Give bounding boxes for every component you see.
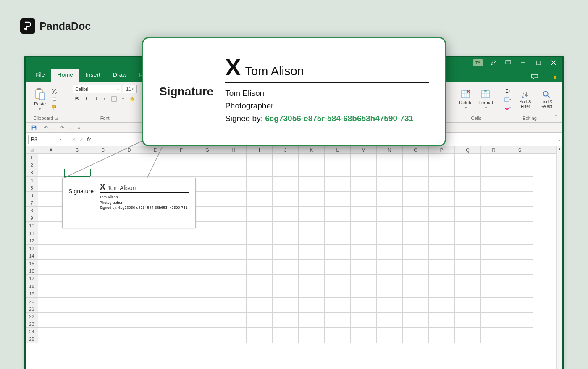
row-header[interactable]: 25 xyxy=(26,335,38,343)
cell[interactable] xyxy=(403,222,429,229)
cell[interactable] xyxy=(64,154,90,161)
cell[interactable] xyxy=(142,313,168,320)
cell[interactable] xyxy=(403,192,429,199)
cell[interactable] xyxy=(377,320,403,328)
cell[interactable] xyxy=(220,313,247,320)
cell[interactable] xyxy=(351,184,377,192)
cell[interactable] xyxy=(194,184,220,192)
cell[interactable] xyxy=(403,154,429,161)
cell[interactable] xyxy=(273,161,299,169)
signature-object-on-sheet[interactable]: Signature X Tom Alison Tom Alison Photog… xyxy=(62,178,196,228)
cell[interactable] xyxy=(481,298,507,305)
cell[interactable] xyxy=(455,177,481,184)
cell[interactable] xyxy=(299,335,325,343)
cell[interactable] xyxy=(38,252,64,260)
cell[interactable] xyxy=(377,229,403,237)
cell[interactable] xyxy=(325,237,351,245)
cell[interactable] xyxy=(325,282,351,290)
cell[interactable] xyxy=(38,177,64,184)
cell[interactable] xyxy=(455,290,481,298)
cell[interactable] xyxy=(299,229,325,237)
cell[interactable] xyxy=(429,245,455,252)
cell[interactable] xyxy=(351,214,377,222)
cell[interactable] xyxy=(220,290,247,298)
cell[interactable] xyxy=(455,222,481,229)
cell[interactable] xyxy=(247,161,273,169)
cell[interactable] xyxy=(247,275,273,282)
column-header[interactable]: S xyxy=(507,146,533,153)
cell[interactable] xyxy=(429,222,455,229)
cell[interactable] xyxy=(64,282,90,290)
tab-file[interactable]: File xyxy=(29,69,51,82)
cell[interactable] xyxy=(142,237,168,245)
cell[interactable] xyxy=(351,222,377,229)
cell[interactable] xyxy=(38,237,64,245)
formula-bar-expand[interactable]: ⌄ xyxy=(556,137,562,142)
cell[interactable] xyxy=(142,305,168,313)
cell[interactable] xyxy=(142,245,168,252)
cell[interactable] xyxy=(377,335,403,343)
cell[interactable] xyxy=(220,177,247,184)
cell[interactable] xyxy=(38,320,64,328)
cell[interactable] xyxy=(377,237,403,245)
cell[interactable] xyxy=(481,335,507,343)
cell[interactable] xyxy=(351,298,377,305)
cell[interactable] xyxy=(429,214,455,222)
cell[interactable] xyxy=(194,267,220,275)
cell[interactable] xyxy=(481,245,507,252)
cell[interactable] xyxy=(299,320,325,328)
cell[interactable] xyxy=(481,320,507,328)
cell[interactable] xyxy=(299,169,325,177)
cell[interactable] xyxy=(90,290,116,298)
row-header[interactable]: 21 xyxy=(26,305,38,313)
cell[interactable] xyxy=(455,207,481,214)
cell[interactable] xyxy=(299,267,325,275)
cell[interactable] xyxy=(351,267,377,275)
cell[interactable] xyxy=(247,229,273,237)
cell[interactable] xyxy=(273,184,299,192)
cell[interactable] xyxy=(220,282,247,290)
cell[interactable] xyxy=(481,222,507,229)
cell[interactable] xyxy=(273,298,299,305)
cell[interactable] xyxy=(403,161,429,169)
vertical-scrollbar[interactable]: ▲ xyxy=(556,146,562,369)
cell[interactable] xyxy=(168,290,194,298)
cell[interactable] xyxy=(38,328,64,335)
cell[interactable] xyxy=(299,199,325,207)
cell[interactable] xyxy=(429,154,455,161)
cell[interactable] xyxy=(325,320,351,328)
account-avatar[interactable]: TA xyxy=(473,59,483,66)
cell[interactable] xyxy=(90,245,116,252)
cell[interactable] xyxy=(194,161,220,169)
cell[interactable] xyxy=(220,328,247,335)
cell[interactable] xyxy=(116,282,142,290)
column-header[interactable]: F xyxy=(168,146,194,153)
cell[interactable] xyxy=(38,313,64,320)
cell[interactable] xyxy=(64,290,90,298)
cell[interactable] xyxy=(377,154,403,161)
cell[interactable] xyxy=(481,237,507,245)
cell[interactable] xyxy=(194,290,220,298)
cell[interactable] xyxy=(507,222,533,229)
cell[interactable] xyxy=(325,184,351,192)
cell[interactable] xyxy=(377,245,403,252)
tab-insert[interactable]: Insert xyxy=(79,69,107,82)
cell[interactable] xyxy=(220,222,247,229)
cell[interactable] xyxy=(429,267,455,275)
cell[interactable] xyxy=(299,177,325,184)
cell[interactable] xyxy=(507,328,533,335)
cell[interactable] xyxy=(116,154,142,161)
cell[interactable] xyxy=(429,184,455,192)
column-header[interactable]: B xyxy=(64,146,90,153)
cell[interactable] xyxy=(116,161,142,169)
row-header[interactable]: 23 xyxy=(26,320,38,328)
cell[interactable] xyxy=(64,245,90,252)
cell[interactable] xyxy=(429,275,455,282)
cell[interactable] xyxy=(38,245,64,252)
cell[interactable] xyxy=(247,199,273,207)
cell[interactable] xyxy=(299,275,325,282)
cell[interactable] xyxy=(273,169,299,177)
cell[interactable] xyxy=(377,282,403,290)
cell[interactable] xyxy=(325,199,351,207)
cell[interactable] xyxy=(220,267,247,275)
